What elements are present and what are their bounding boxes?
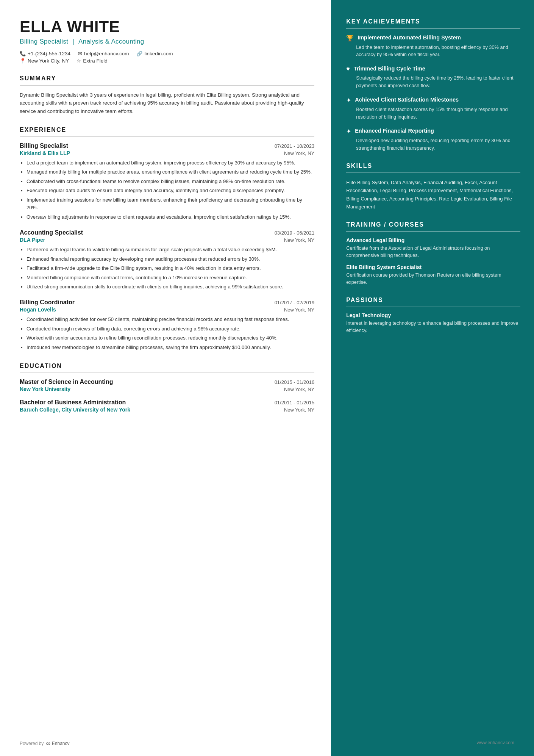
trophy-icon: 🏆 bbox=[346, 34, 354, 42]
linkedin-icon: 🔗 bbox=[136, 51, 142, 56]
right-column: KEY ACHIEVEMENTS 🏆 Implemented Automated… bbox=[331, 0, 534, 756]
title-part2: Analysis & Accounting bbox=[78, 38, 144, 45]
achievement-desc-4: Developed new auditing methods, reducing… bbox=[346, 137, 520, 152]
powered-by-text: Powered by bbox=[20, 741, 44, 746]
location-contact: 📍 New York City, NY bbox=[20, 58, 69, 64]
bullet-item: Led a project team to implement an autom… bbox=[27, 159, 314, 167]
achievement-title-1: Implemented Automated Billing System bbox=[358, 34, 461, 41]
exp-header-3: Billing Coordinator 01/2017 - 02/2019 bbox=[20, 299, 314, 306]
exp-dates-2: 03/2019 - 06/2021 bbox=[275, 230, 315, 236]
extra-text: Extra Field bbox=[83, 58, 108, 64]
exp-subrow-2: DLA Piper New York, NY bbox=[20, 237, 314, 243]
bullet-item: Partnered with legal teams to validate b… bbox=[27, 246, 314, 254]
edu-location-2: New York, NY bbox=[284, 407, 314, 413]
exp-location-2: New York, NY bbox=[284, 237, 314, 243]
exp-location-1: New York, NY bbox=[284, 150, 314, 156]
exp-company-3: Hogan Lovells bbox=[20, 307, 56, 313]
skills-section: SKILLS Elite Billing System, Data Analys… bbox=[346, 163, 520, 211]
edu-subrow-1: New York University New York, NY bbox=[20, 386, 314, 392]
skills-text: Elite Billing System, Data Analysis, Fin… bbox=[346, 178, 520, 211]
star2-icon: ✦ bbox=[346, 97, 351, 104]
education-divider bbox=[20, 373, 314, 373]
brand-name: Enhancv bbox=[52, 741, 70, 746]
logo-icon: ∞ bbox=[46, 740, 50, 747]
exp-title-1: Billing Specialist bbox=[20, 142, 68, 149]
header: ELLA WHITE Billing Specialist | Analysis… bbox=[20, 18, 314, 64]
achievement-header-3: ✦ Achieved Client Satisfaction Milestone… bbox=[346, 96, 520, 104]
heart-icon: ♥ bbox=[346, 66, 350, 72]
exp-subrow-1: Kirkland & Ellis LLP New York, NY bbox=[20, 150, 314, 156]
linkedin-url: linkedin.com bbox=[144, 51, 173, 56]
bullet-item: Implemented training sessions for new bi… bbox=[27, 196, 314, 212]
phone-icon: 📞 bbox=[20, 51, 26, 56]
achievement-3: ✦ Achieved Client Satisfaction Milestone… bbox=[346, 96, 520, 121]
skills-divider bbox=[346, 172, 520, 173]
achievement-header-4: ✦ Enhanced Financial Reporting bbox=[346, 127, 520, 135]
edu-degree-1: Master of Science in Accounting bbox=[20, 379, 113, 385]
achievement-header-2: ♥ Trimmed Billing Cycle Time bbox=[346, 65, 520, 72]
experience-section: EXPERIENCE Billing Specialist 07/2021 - … bbox=[20, 127, 314, 351]
training-desc-2: Certification course provided by Thomson… bbox=[346, 271, 520, 286]
edu-location-1: New York, NY bbox=[284, 387, 314, 392]
experience-divider bbox=[20, 136, 314, 137]
passions-title: PASSIONS bbox=[346, 297, 520, 304]
skills-title: SKILLS bbox=[346, 163, 520, 169]
exp-company-2: DLA Piper bbox=[20, 237, 45, 243]
education-section: EDUCATION Master of Science in Accountin… bbox=[20, 363, 314, 413]
exp-bullets-2: Partnered with legal teams to validate b… bbox=[20, 246, 314, 291]
left-column: ELLA WHITE Billing Specialist | Analysis… bbox=[0, 0, 331, 756]
phone-number: +1-(234)-555-1234 bbox=[28, 51, 70, 56]
experience-title: EXPERIENCE bbox=[20, 127, 314, 133]
training-item-1: Advanced Legal Billing Certificate from … bbox=[346, 237, 520, 259]
email-contact: ✉ help@enhancv.com bbox=[78, 51, 129, 56]
passion-name-1: Legal Technology bbox=[346, 312, 520, 318]
bullet-item: Conducted thorough reviews of billing da… bbox=[27, 325, 314, 333]
footer-website: www.enhancv.com bbox=[477, 740, 514, 747]
resume-container: ELLA WHITE Billing Specialist | Analysis… bbox=[0, 0, 534, 756]
summary-divider bbox=[20, 85, 314, 86]
bullet-item: Managed monthly billing for multiple pra… bbox=[27, 168, 314, 176]
exp-header-2: Accounting Specialist 03/2019 - 06/2021 bbox=[20, 229, 314, 236]
edu-header-2: Bachelor of Business Administration 01/2… bbox=[20, 399, 314, 406]
key-achievements-divider bbox=[346, 28, 520, 29]
achievement-desc-1: Led the team to implement automation, bo… bbox=[346, 44, 520, 59]
exp-title-3: Billing Coordinator bbox=[20, 299, 75, 306]
edu-subrow-2: Baruch College, City University of New Y… bbox=[20, 407, 314, 413]
bullet-item: Worked with senior accountants to refine… bbox=[27, 334, 314, 342]
bullet-item: Introduced new methodologies to streamli… bbox=[27, 344, 314, 351]
location-text: New York City, NY bbox=[28, 58, 69, 64]
bullet-item: Monitored billing compliance with contra… bbox=[27, 274, 314, 282]
email-address: help@enhancv.com bbox=[84, 51, 129, 56]
achievement-1: 🏆 Implemented Automated Billing System L… bbox=[346, 34, 520, 59]
achievement-4: ✦ Enhanced Financial Reporting Developed… bbox=[346, 127, 520, 152]
bullet-item: Utilized strong communication skills to … bbox=[27, 283, 314, 291]
achievement-desc-3: Boosted client satisfaction scores by 15… bbox=[346, 106, 520, 121]
bullet-item: Coordinated billing activities for over … bbox=[27, 316, 314, 323]
exp-entry-2: Accounting Specialist 03/2019 - 06/2021 … bbox=[20, 229, 314, 291]
edu-header-1: Master of Science in Accounting 01/2015 … bbox=[20, 379, 314, 385]
key-achievements-section: KEY ACHIEVEMENTS 🏆 Implemented Automated… bbox=[346, 18, 520, 152]
exp-subrow-3: Hogan Lovells New York, NY bbox=[20, 307, 314, 313]
exp-company-1: Kirkland & Ellis LLP bbox=[20, 150, 70, 156]
summary-section: SUMMARY Dynamic Billing Specialist with … bbox=[20, 75, 314, 115]
footer-brand: Powered by ∞ Enhancv bbox=[20, 740, 69, 747]
title-part1: Billing Specialist bbox=[20, 38, 68, 45]
exp-entry-3: Billing Coordinator 01/2017 - 02/2019 Ho… bbox=[20, 299, 314, 351]
passions-divider bbox=[346, 307, 520, 307]
bullet-item: Collaborated with cross-functional teams… bbox=[27, 178, 314, 185]
achievement-title-3: Achieved Client Satisfaction Milestones bbox=[355, 96, 459, 103]
edu-dates-1: 01/2015 - 01/2016 bbox=[275, 379, 315, 385]
footer: Powered by ∞ Enhancv www.enhancv.com bbox=[0, 740, 534, 747]
achievement-desc-2: Strategically reduced the billing cycle … bbox=[346, 74, 520, 89]
passion-desc-1: Interest in leveraging technology to enh… bbox=[346, 319, 520, 334]
edu-institution-2: Baruch College, City University of New Y… bbox=[20, 407, 130, 413]
achievement-header-1: 🏆 Implemented Automated Billing System bbox=[346, 34, 520, 42]
education-title: EDUCATION bbox=[20, 363, 314, 369]
passion-item-1: Legal Technology Interest in leveraging … bbox=[346, 312, 520, 334]
title-separator: | bbox=[72, 38, 76, 45]
training-desc-1: Certificate from the Association of Lega… bbox=[346, 244, 520, 259]
bullet-item: Facilitated a firm-wide upgrade to the E… bbox=[27, 265, 314, 272]
email-icon: ✉ bbox=[78, 51, 82, 56]
location-icon: 📍 bbox=[20, 58, 26, 64]
training-name-1: Advanced Legal Billing bbox=[346, 237, 520, 243]
